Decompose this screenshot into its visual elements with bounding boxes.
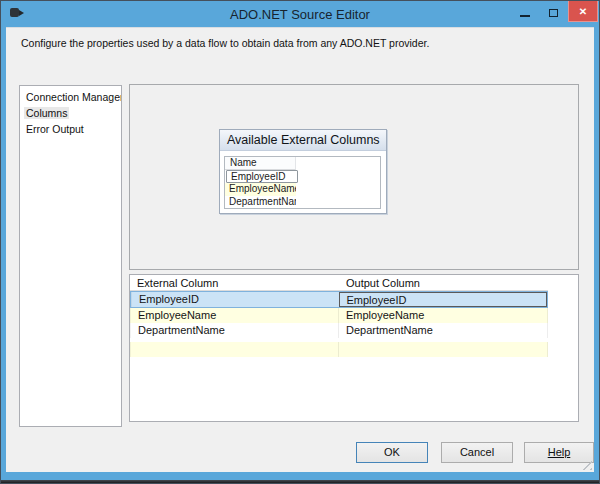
maximize-button[interactable] bbox=[539, 1, 568, 22]
external-column-cell[interactable]: EmployeeID bbox=[131, 292, 340, 307]
help-button[interactable]: Help bbox=[524, 442, 594, 463]
list-item-employeename[interactable]: EmployeeName bbox=[225, 183, 296, 196]
page-list: Connection Manager Columns Error Output bbox=[19, 85, 122, 427]
external-columns-list: Name EmployeeID EmployeeName DepartmentN… bbox=[224, 156, 381, 209]
external-column-cell[interactable]: EmployeeName bbox=[130, 308, 339, 323]
titlebar: ADO.NET Source Editor ✕ bbox=[1, 1, 599, 27]
maximize-icon bbox=[549, 9, 558, 17]
output-column-cell[interactable]: EmployeeName bbox=[339, 308, 548, 323]
ok-button[interactable]: OK bbox=[356, 442, 428, 463]
column-mapping-table: External Column Output Column EmployeeID… bbox=[129, 274, 579, 422]
table-row[interactable] bbox=[130, 342, 548, 357]
ssis-source-icon bbox=[10, 6, 24, 19]
external-column-cell[interactable] bbox=[130, 342, 339, 357]
list-item-employeeid[interactable]: EmployeeID bbox=[226, 170, 298, 183]
close-button[interactable]: ✕ bbox=[568, 1, 598, 22]
minimize-button[interactable] bbox=[510, 1, 539, 22]
table-row[interactable]: EmployeeName EmployeeName bbox=[130, 308, 548, 323]
dialog-body: Configure the properties used by a data … bbox=[6, 27, 594, 472]
output-column-header[interactable]: Output Column bbox=[339, 275, 548, 290]
sidebar-item-error-output[interactable]: Error Output bbox=[20, 121, 121, 137]
table-row[interactable]: EmployeeID EmployeeID bbox=[130, 291, 548, 308]
name-column-header: Name bbox=[225, 157, 296, 170]
cancel-button[interactable]: Cancel bbox=[441, 442, 513, 463]
external-column-cell[interactable]: DepartmentName bbox=[130, 323, 339, 338]
output-column-cell[interactable] bbox=[339, 342, 548, 357]
columns-design-surface: Available External Columns Name Employee… bbox=[129, 84, 579, 270]
output-column-cell[interactable]: DepartmentName bbox=[339, 323, 548, 338]
dialog-window: ADO.NET Source Editor ✕ Configure the pr… bbox=[0, 0, 600, 484]
output-column-cell[interactable]: EmployeeID bbox=[339, 292, 548, 307]
minimize-icon bbox=[520, 15, 530, 17]
dialog-description: Configure the properties used by a data … bbox=[21, 37, 429, 49]
sidebar-item-connection-manager[interactable]: Connection Manager bbox=[20, 89, 121, 105]
close-icon: ✕ bbox=[579, 6, 587, 17]
table-row[interactable]: DepartmentName DepartmentName bbox=[130, 323, 548, 338]
table-header-row: External Column Output Column bbox=[130, 275, 548, 291]
available-external-columns-title: Available External Columns bbox=[220, 130, 386, 151]
list-item-departmentname[interactable]: DepartmentName bbox=[225, 196, 296, 209]
sidebar-item-columns[interactable]: Columns bbox=[20, 105, 121, 121]
external-column-header[interactable]: External Column bbox=[130, 275, 339, 290]
available-external-columns-box: Available External Columns Name Employee… bbox=[219, 129, 387, 214]
